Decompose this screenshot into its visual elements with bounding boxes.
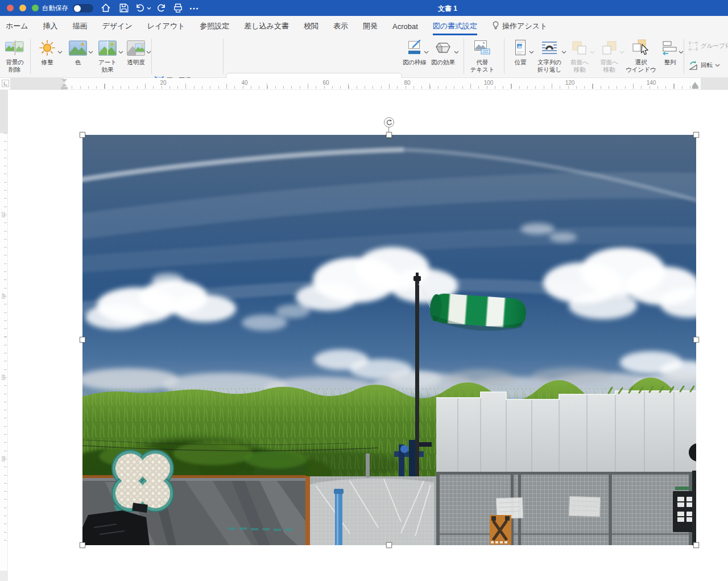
ruler-number: 120 (565, 80, 575, 86)
ruler-number: 140 (647, 80, 656, 86)
more-icon[interactable] (189, 3, 199, 13)
corrections-button[interactable]: 修整 (33, 37, 61, 76)
ruler-number: 80 (404, 80, 410, 86)
rotate-icon (688, 60, 698, 71)
word-window: 自動保存 文書 1 ホーム 挿入 描画 デザイン レイアウト 参照設定 (0, 0, 728, 581)
bring-forward-icon (565, 37, 594, 59)
color-picture-icon (64, 37, 92, 59)
transparency-button[interactable]: 透明度 (122, 37, 150, 76)
lightbulb-icon (492, 21, 499, 31)
right-indent-marker[interactable] (692, 82, 698, 86)
rotation-handle[interactable] (384, 117, 394, 127)
tab-design[interactable]: デザイン (102, 16, 133, 35)
vertical-ruler[interactable]: 20 40 60 80 (0, 90, 8, 581)
titlebar: 自動保存 文書 1 (0, 0, 728, 16)
ruler-number: 100 (484, 80, 494, 86)
ruler-number: 20 (1, 212, 6, 217)
autosave-label: 自動保存 (42, 4, 68, 13)
tab-mailings[interactable]: 差し込み文書 (244, 16, 289, 35)
artistic-effects-icon (93, 37, 122, 59)
selection-pane-button[interactable]: 選択ウインドウ (624, 37, 657, 76)
tab-developer[interactable]: 開発 (363, 16, 378, 35)
resize-handle-bottom-middle[interactable] (386, 542, 392, 548)
resize-handle-bottom-right[interactable] (693, 542, 699, 548)
align-button[interactable]: 整列 (657, 37, 682, 76)
remove-background-button[interactable]: 背景の削除 (1, 37, 28, 76)
group-button: グループ化 (688, 41, 728, 51)
selection-pane-icon (624, 37, 657, 59)
tab-tell-me[interactable]: 操作アシスト (492, 16, 547, 35)
ribbon: 背景の削除 修整 色 (0, 35, 728, 78)
resize-handle-top-middle[interactable] (386, 132, 392, 138)
redo-icon[interactable] (156, 3, 167, 13)
send-backward-button: 背面へ移動 (595, 37, 623, 76)
alt-text-icon (466, 37, 498, 59)
tab-selector[interactable] (2, 80, 9, 87)
group-icon (688, 41, 698, 51)
tab-layout[interactable]: レイアウト (147, 16, 185, 35)
ruler-number: 60 (1, 374, 6, 380)
first-line-indent-marker[interactable] (61, 79, 67, 83)
chevron-down-icon (590, 46, 595, 56)
chevron-down-icon (715, 64, 720, 67)
transparency-icon (122, 37, 150, 59)
tab-references[interactable]: 参照設定 (200, 16, 229, 35)
remove-background-icon (1, 37, 28, 59)
close-button[interactable] (7, 5, 14, 11)
resize-handle-top-left[interactable] (80, 132, 85, 138)
tab-draw[interactable]: 描画 (73, 16, 88, 35)
picture-effects-icon (428, 37, 458, 59)
send-backward-icon (595, 37, 623, 59)
hanging-indent-marker[interactable] (61, 83, 67, 86)
picture-border-icon (402, 37, 428, 59)
undo-chevron-icon[interactable] (146, 3, 152, 13)
undo-icon[interactable] (135, 3, 145, 13)
document-title: 文書 1 (438, 4, 457, 14)
rotate-arrow-icon (386, 119, 392, 126)
horizontal-ruler[interactable]: 20 40 60 80 100 120 140 (0, 78, 728, 90)
bring-forward-button: 前面へ移動 (565, 37, 594, 76)
resize-handle-middle-left[interactable] (80, 337, 85, 343)
chevron-down-icon (454, 46, 459, 56)
resize-handle-bottom-left[interactable] (80, 542, 85, 548)
corrections-sun-icon (33, 37, 61, 59)
minimize-button[interactable] (19, 5, 26, 11)
tab-acrobat[interactable]: Acrobat (392, 17, 418, 35)
tab-view[interactable]: 表示 (333, 16, 348, 35)
align-icon (657, 37, 682, 59)
ruler-number: 40 (241, 80, 247, 86)
tab-picture-format[interactable]: 図の書式設定 (433, 16, 477, 35)
color-button[interactable]: 色 (64, 37, 92, 76)
wrap-text-icon (533, 37, 565, 59)
chevron-down-icon (146, 46, 151, 56)
right-indent-marker-base[interactable] (692, 86, 698, 89)
chevron-down-icon (619, 46, 624, 56)
chevron-down-icon (57, 46, 63, 56)
autosave-toggle[interactable] (73, 4, 93, 13)
wrap-text-button[interactable]: 文字列の折り返し (533, 37, 565, 76)
resize-handle-top-right[interactable] (693, 132, 699, 138)
print-icon[interactable] (173, 3, 183, 13)
ruler-number: 20 (160, 80, 166, 86)
alt-text-button[interactable]: 代替テキスト (466, 37, 498, 76)
ruler-number: 80 (1, 456, 6, 461)
resize-handle-middle-right[interactable] (693, 337, 699, 343)
tab-review[interactable]: 校閲 (304, 16, 318, 35)
left-indent-marker[interactable] (61, 87, 68, 89)
picture-border-button[interactable]: 図の枠線 (402, 37, 428, 76)
save-icon[interactable] (119, 3, 129, 13)
ruler-number: 60 (322, 80, 329, 86)
chevron-down-icon (679, 46, 684, 56)
position-icon (508, 37, 533, 59)
artistic-effects-button[interactable]: アート効果 (93, 37, 122, 76)
ribbon-tabs: ホーム 挿入 描画 デザイン レイアウト 参照設定 差し込み文書 校閲 表示 開… (0, 16, 728, 35)
tab-insert[interactable]: 挿入 (43, 16, 58, 35)
home-icon[interactable] (101, 3, 111, 13)
zoom-button[interactable] (32, 5, 39, 11)
ruler-number: 40 (1, 293, 6, 299)
picture-effects-button[interactable]: 図の効果 (428, 37, 458, 76)
tab-home[interactable]: ホーム (6, 16, 28, 35)
rotate-button[interactable]: 回転 (688, 60, 720, 71)
position-button[interactable]: 位置 (508, 37, 533, 76)
selected-picture[interactable] (82, 135, 696, 545)
